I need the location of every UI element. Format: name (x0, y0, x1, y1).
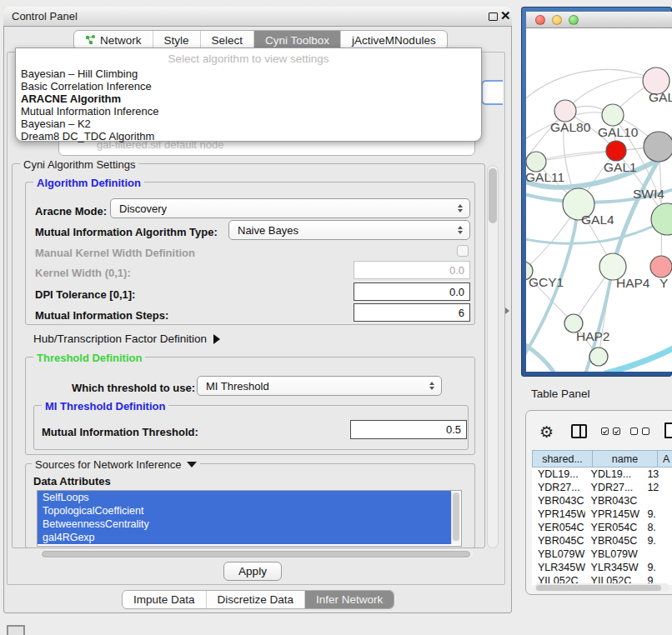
table-row[interactable]: YPR145WYPR145W9. (532, 508, 672, 521)
tab-style[interactable]: Style (153, 31, 201, 49)
float-window-icon[interactable] (489, 12, 498, 21)
combo-stepper-icon (429, 382, 434, 390)
table-row[interactable]: YBL079WYBL079W (532, 548, 672, 561)
tab-infer-network[interactable]: Infer Network (305, 591, 394, 608)
tab-select[interactable]: Select (201, 31, 255, 49)
combo-stepper-icon (458, 226, 463, 234)
close-traffic-light-icon[interactable] (535, 15, 545, 25)
tab-cyni-toolbox[interactable]: Cyni Toolbox (254, 31, 341, 49)
close-icon[interactable]: ✕ (500, 8, 511, 23)
data-attributes-label: Data Attributes (33, 475, 111, 488)
manual-kernel-width-checkbox[interactable] (457, 245, 469, 257)
kernel-width-label: Kernel Width (0,1): (35, 267, 131, 279)
network-window-titlebar[interactable] (526, 12, 672, 28)
data-attributes-list[interactable]: SelfLoops TopologicalCoefficient Between… (37, 490, 462, 547)
table-row[interactable]: YER054CYER054C8. (532, 521, 672, 534)
column-header[interactable]: A (657, 450, 672, 468)
which-threshold-label: Which threshold to use: (72, 382, 195, 394)
mi-steps-field[interactable]: 6 (354, 303, 470, 322)
table-row[interactable]: YLR345WYLR345W9. (532, 561, 672, 574)
manual-kernel-width-label: Manual Kernel Width Definition (35, 247, 195, 259)
table-row[interactable]: YBR045CYBR045C9. (532, 534, 672, 548)
inference-algorithm-combo-fragment[interactable] (481, 80, 503, 105)
table-horizontal-scrollbar-thumb[interactable] (536, 585, 661, 591)
expand-arrow-icon (213, 334, 220, 344)
control-panel-titlebar[interactable] (3, 7, 512, 27)
which-threshold-combo[interactable]: MI Threshold (197, 376, 442, 396)
table-panel-title: Table Panel (531, 388, 590, 400)
panel-divider-collapse-icon[interactable] (505, 308, 509, 314)
deselect-all-checkbox-icon[interactable] (630, 428, 638, 435)
dropdown-item[interactable]: Bayesian – K2 (21, 118, 91, 130)
bottom-tabbar: Impute Data Discretize Data Infer Networ… (122, 590, 394, 609)
screen: Control Panel ✕ Network Style Select Cyn… (0, 0, 672, 635)
minimized-panel-icon[interactable] (7, 625, 25, 635)
hub-definition-toggle[interactable]: Hub/Transcription Factor Definition (33, 332, 220, 345)
split-columns-icon[interactable] (571, 424, 587, 438)
svg-text:GAL1: GAL1 (604, 160, 637, 174)
aracne-mode-label: Aracne Mode: (35, 205, 107, 218)
svg-text:GAL80: GAL80 (550, 120, 591, 134)
network-icon (85, 35, 96, 45)
mi-algorithm-type-label: Mutual Information Algorithm Type: (35, 226, 218, 238)
column-header[interactable]: shared... (532, 450, 592, 468)
combo-stepper-icon (458, 204, 463, 212)
dropdown-item[interactable]: Dream8 DC_TDC Algorithm (21, 130, 154, 142)
table-row[interactable]: YDL19...YDL19...13 (532, 468, 672, 481)
mi-threshold-label: Mutual Information Threshold: (42, 426, 198, 438)
network-canvas[interactable]: GAL GAL80 GAL10 GAL1 GAL11 SWI4 GAL4 GCY… (526, 28, 672, 372)
aracne-mode-combo[interactable]: Discovery (110, 198, 470, 218)
zoom-traffic-light-icon[interactable] (569, 15, 579, 25)
svg-text:Y: Y (659, 276, 668, 290)
settings-vertical-scrollbar-thumb[interactable] (489, 168, 497, 223)
dropdown-item-highlighted[interactable]: ARACNE Algorithm (21, 92, 121, 105)
mi-steps-label: Mutual Information Steps: (35, 309, 168, 322)
dropdown-item[interactable]: Bayesian – Hill Climbing (21, 68, 138, 80)
tab-network[interactable]: Network (74, 31, 153, 49)
node-gal80 (554, 100, 576, 122)
list-item[interactable]: SelfLoops (38, 491, 451, 504)
tab-network-label: Network (100, 34, 142, 47)
apply-button[interactable]: Apply (223, 562, 282, 581)
kernel-width-field[interactable]: 0.0 (354, 261, 470, 279)
node (589, 348, 608, 366)
control-panel-title: Control Panel (12, 10, 78, 22)
settings-gear-icon[interactable]: ⚙ (539, 422, 554, 442)
svg-text:GAL10: GAL10 (598, 125, 639, 139)
node-gray (644, 132, 672, 162)
algorithm-definition-title: Algorithm Definition (33, 177, 144, 189)
document-icon[interactable] (664, 422, 672, 438)
mi-threshold-field[interactable]: 0.5 (350, 420, 467, 439)
select-all-checkbox-icon[interactable] (601, 428, 609, 435)
list-item[interactable]: gal4RGexp (38, 531, 451, 544)
sources-toggle[interactable]: Sources for Network Inference (32, 458, 200, 471)
dpi-tolerance-field[interactable]: 0.0 (354, 282, 470, 301)
svg-text:GAL: GAL (649, 90, 672, 104)
table-row[interactable]: YBR043CYBR043C (532, 494, 672, 508)
tab-impute-data[interactable]: Impute Data (123, 591, 207, 608)
mi-algorithm-type-combo[interactable]: Naive Bayes (228, 220, 470, 240)
list-scrollbar-thumb[interactable] (453, 492, 459, 541)
svg-text:HAP2: HAP2 (576, 329, 610, 343)
node-gal1-selected (606, 141, 626, 161)
table-body[interactable]: YDL19...YDL19...13 YDR27...YDR27...12 YB… (532, 468, 672, 585)
threshold-definition-title: Threshold Definition (33, 352, 145, 364)
dropdown-item[interactable]: Basic Correlation Inference (21, 80, 152, 92)
algorithm-dropdown: Select algorithm to view settings Bayesi… (15, 48, 482, 142)
minimize-traffic-light-icon[interactable] (552, 15, 562, 25)
dpi-tolerance-label: DPI Tolerance [0,1]: (35, 288, 135, 301)
table-row[interactable]: YDR27...YDR27...12 (532, 481, 672, 494)
list-item[interactable]: BetweennessCentrality (38, 518, 451, 531)
tab-jactivemnodules[interactable]: jActiveMNodules (341, 31, 447, 49)
deselect-all-checkbox-icon[interactable] (642, 428, 649, 435)
column-header[interactable]: name (592, 450, 657, 468)
svg-text:HAP4: HAP4 (616, 276, 650, 290)
node-gal10 (602, 104, 624, 126)
settings-horizontal-scrollbar-thumb[interactable] (42, 551, 470, 558)
tab-discretize-data[interactable]: Discretize Data (207, 591, 306, 608)
node-gal11 (526, 152, 546, 172)
dropdown-item[interactable]: Mutual Information Inference (21, 105, 158, 118)
node-swi4 (651, 203, 672, 235)
select-all-checkbox-icon[interactable] (613, 428, 620, 435)
list-item[interactable]: TopologicalCoefficient (38, 504, 451, 518)
